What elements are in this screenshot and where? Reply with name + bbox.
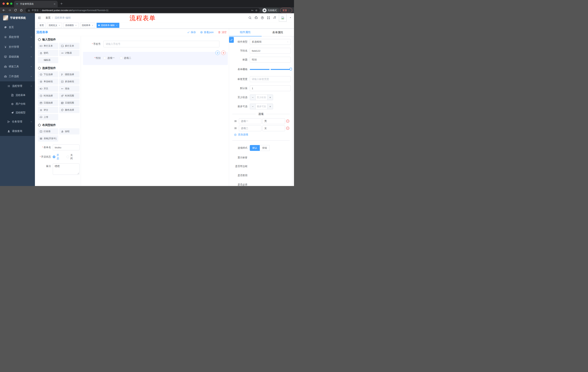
- checkbox-option-2[interactable]: [120, 57, 122, 59]
- sidebar-item-devtools[interactable]: 研发工具: [0, 62, 35, 72]
- component-row-container[interactable]: 行容器: [38, 128, 58, 135]
- url-bar[interactable]: 不安全 dashboard.yudao.iocoder.cn/bpm/manag…: [25, 8, 260, 12]
- back-button[interactable]: [2, 9, 5, 12]
- fullscreen-icon[interactable]: [267, 16, 270, 20]
- close-icon[interactable]: [58, 24, 60, 26]
- sidebar-item-process-management[interactable]: 流程管理: [0, 81, 35, 91]
- resize-handle[interactable]: [77, 173, 79, 174]
- reload-button[interactable]: [14, 9, 17, 12]
- component-select[interactable]: 下拉选择: [38, 71, 58, 77]
- minimize-window-button[interactable]: [7, 2, 9, 5]
- component-button[interactable]: 按钮: [59, 128, 80, 135]
- sidebar-item-infrastructure[interactable]: 基础设施: [0, 52, 35, 62]
- component-checkbox-group[interactable]: 多选框组: [59, 78, 80, 85]
- tag-process-form[interactable]: 流程表单: [80, 23, 95, 28]
- save-button[interactable]: 保存: [187, 31, 196, 34]
- zoom-window-button[interactable]: [10, 2, 12, 5]
- clear-button[interactable]: 清空: [218, 31, 227, 34]
- form-canvas[interactable]: *手机号 请输入手机号 *性别 选项一 选项二: [81, 36, 229, 186]
- tab-form-props[interactable]: 表单属性: [262, 29, 294, 36]
- component-editor[interactable]: 编辑器: [38, 57, 58, 63]
- sidebar-item-user-group[interactable]: 用户分组: [0, 100, 35, 108]
- sidebar-item-process-form[interactable]: 流程表单: [0, 91, 35, 100]
- update-browser-button[interactable]: 更新: [280, 8, 292, 13]
- min-select-input[interactable]: 至少应选: [256, 95, 267, 100]
- component-type-select[interactable]: 多选框组: [250, 39, 291, 45]
- component-date-picker[interactable]: 日期选择: [38, 100, 58, 106]
- decrease-button[interactable]: −: [250, 95, 256, 100]
- component-slider[interactable]: 滑块: [59, 85, 80, 92]
- tab-close-icon[interactable]: [53, 3, 56, 5]
- tag-home[interactable]: 首页: [38, 23, 45, 28]
- home-button[interactable]: [20, 9, 23, 12]
- status-radio-on[interactable]: [53, 156, 55, 158]
- sidebar-item-workflow[interactable]: 工作流程: [0, 72, 35, 81]
- avatar[interactable]: [279, 14, 286, 22]
- close-icon[interactable]: [75, 24, 77, 26]
- increase-button[interactable]: +: [267, 95, 273, 100]
- option-2-value-input[interactable]: 女: [262, 125, 285, 131]
- breadcrumb-home[interactable]: 首页: [45, 16, 51, 20]
- browser-tab[interactable]: 芋道管理系统: [14, 1, 58, 7]
- form-remark-textarea[interactable]: 嘿嘿: [53, 163, 80, 175]
- component-multi-line-text[interactable]: 多行文本: [59, 43, 80, 49]
- view-json-button[interactable]: 查看json: [200, 31, 214, 34]
- tab-component-props[interactable]: 组件属性: [229, 29, 262, 36]
- sidebar-item-system[interactable]: 系统管理: [0, 32, 35, 42]
- font-size-icon[interactable]: тT: [273, 16, 276, 19]
- duplicate-component-button[interactable]: [215, 51, 220, 55]
- title-input[interactable]: 性别: [250, 57, 291, 63]
- forward-button[interactable]: [8, 9, 11, 12]
- remove-option-icon[interactable]: [286, 119, 290, 123]
- drag-handle-icon[interactable]: [234, 127, 237, 130]
- component-time-range[interactable]: 时间范围: [59, 93, 80, 99]
- github-icon[interactable]: [254, 16, 258, 20]
- delete-component-button[interactable]: [221, 51, 226, 55]
- form-grid-slider[interactable]: [250, 66, 291, 72]
- bookmark-icon[interactable]: [255, 9, 258, 12]
- tag-process-definition[interactable]: 流程定义: [47, 23, 62, 28]
- component-date-range[interactable]: 日期范围: [59, 100, 80, 106]
- search-icon[interactable]: [248, 16, 252, 20]
- slider-knob[interactable]: [289, 68, 292, 70]
- sidebar-item-payment[interactable]: 支付管理: [0, 42, 35, 52]
- component-rate[interactable]: 评分: [38, 107, 58, 113]
- style-button-button[interactable]: 按钮: [260, 145, 270, 151]
- component-upload[interactable]: 上传: [38, 114, 58, 120]
- close-window-button[interactable]: [2, 2, 5, 5]
- sidebar-item-task-management[interactable]: 任务管理: [0, 117, 35, 127]
- close-icon[interactable]: [92, 24, 94, 26]
- form-name-input[interactable]: biubiu: [53, 145, 80, 150]
- panel-drag-handle[interactable]: [229, 37, 234, 43]
- close-icon[interactable]: [116, 24, 118, 26]
- remove-option-icon[interactable]: [286, 126, 290, 130]
- status-radio-off[interactable]: [67, 156, 69, 158]
- sidebar-collapse-icon[interactable]: [38, 16, 41, 20]
- component-switch[interactable]: 开关: [38, 85, 58, 92]
- label-width-input[interactable]: 请输入标签宽度: [250, 76, 291, 82]
- option-1-label-input[interactable]: 选项一: [239, 118, 262, 124]
- drag-handle-icon[interactable]: [234, 120, 237, 122]
- add-option-button[interactable]: 添加选项: [234, 133, 248, 137]
- tag-process-form-edit[interactable]: 流程表单-编辑: [97, 23, 119, 28]
- sidebar-item-process-model[interactable]: 流程模型: [0, 108, 35, 117]
- component-time-picker[interactable]: 时间选择: [38, 93, 58, 99]
- sidebar-item-home[interactable]: 首页: [0, 22, 35, 32]
- max-select-input[interactable]: 最多可选: [256, 104, 267, 109]
- component-color-picker[interactable]: 颜色选择: [59, 107, 80, 113]
- new-tab-button[interactable]: [60, 2, 63, 5]
- help-icon[interactable]: [261, 16, 264, 20]
- sidebar-item-leave-query[interactable]: 请假查询: [0, 127, 35, 136]
- password-manager-icon[interactable]: [251, 9, 254, 12]
- field-name-input[interactable]: field122: [250, 48, 291, 54]
- decrease-button[interactable]: −: [250, 104, 256, 109]
- component-table[interactable]: 表格[开发中]: [38, 135, 58, 142]
- component-password[interactable]: 密码: [38, 50, 58, 56]
- component-cascader[interactable]: 级联选择: [59, 71, 80, 77]
- tag-process-model[interactable]: 流程模型: [63, 23, 79, 28]
- avatar-caret-icon[interactable]: [289, 17, 292, 19]
- option-1-value-input[interactable]: 男: [262, 118, 285, 124]
- scrollbar-gutter[interactable]: [292, 36, 294, 186]
- component-radio-group[interactable]: 单选框组: [38, 78, 58, 85]
- option-2-label-input[interactable]: 选项二: [239, 125, 262, 131]
